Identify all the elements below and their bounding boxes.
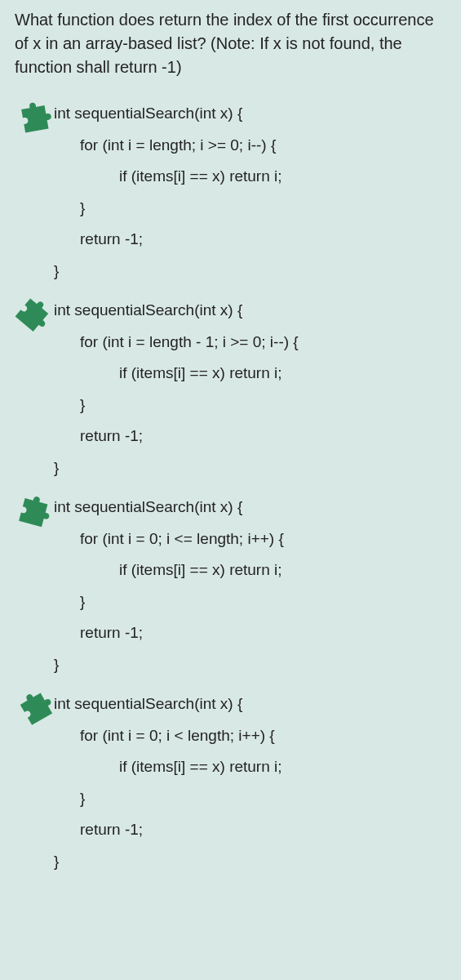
code-line: }: [54, 260, 446, 283]
code-block: int sequentialSearch(int x) {for (int i …: [15, 299, 446, 479]
code-line: for (int i = length - 1; i >= 0; i--) {: [54, 331, 446, 354]
code-line: int sequentialSearch(int x) {: [54, 299, 446, 323]
answer-option[interactable]: int sequentialSearch(int x) {for (int i …: [15, 693, 446, 873]
answer-option[interactable]: int sequentialSearch(int x) {for (int i …: [15, 496, 446, 676]
code-line: int sequentialSearch(int x) {: [54, 102, 446, 126]
code-line: }: [54, 653, 446, 677]
code-block: int sequentialSearch(int x) {for (int i …: [15, 693, 446, 873]
code-line: return -1;: [54, 818, 446, 842]
code-line: int sequentialSearch(int x) {: [54, 496, 446, 519]
code-line: for (int i = 0; i < length; i++) {: [54, 724, 446, 748]
code-line: if (items[i] == x) return i;: [54, 755, 446, 779]
code-line: }: [54, 787, 446, 811]
code-line: if (items[i] == x) return i;: [54, 362, 446, 385]
code-line: return -1;: [54, 228, 446, 252]
answer-option[interactable]: int sequentialSearch(int x) {for (int i …: [15, 299, 446, 479]
code-line: int sequentialSearch(int x) {: [54, 693, 446, 716]
code-line: if (items[i] == x) return i;: [54, 559, 446, 582]
answer-option[interactable]: int sequentialSearch(int x) {for (int i …: [15, 102, 446, 283]
code-line: for (int i = length; i >= 0; i--) {: [54, 134, 446, 158]
code-block: int sequentialSearch(int x) {for (int i …: [15, 102, 446, 283]
puzzle-piece-icon: [15, 96, 54, 135]
code-line: }: [54, 197, 446, 220]
puzzle-piece-icon: [15, 686, 54, 725]
code-line: for (int i = 0; i <= length; i++) {: [54, 528, 446, 551]
code-line: }: [54, 457, 446, 480]
code-line: }: [54, 394, 446, 417]
code-line: }: [54, 850, 446, 874]
code-line: return -1;: [54, 621, 446, 645]
code-line: }: [54, 590, 446, 614]
question-text: What function does return the index of t…: [15, 8, 446, 79]
puzzle-piece-icon: [15, 489, 54, 528]
code-block: int sequentialSearch(int x) {for (int i …: [15, 496, 446, 676]
puzzle-piece-icon: [15, 292, 54, 332]
code-line: return -1;: [54, 425, 446, 448]
code-line: if (items[i] == x) return i;: [54, 165, 446, 189]
